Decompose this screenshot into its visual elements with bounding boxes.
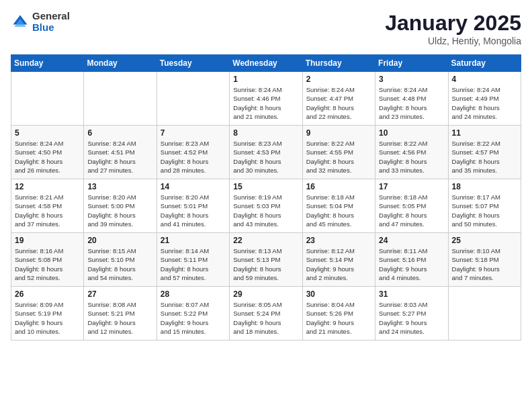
calendar-day-cell [448, 287, 521, 340]
day-info: Sunrise: 8:08 AM Sunset: 5:21 PM Dayligh… [87, 300, 152, 336]
calendar-day-cell: 12Sunrise: 8:21 AM Sunset: 4:58 PM Dayli… [11, 179, 84, 233]
day-info: Sunrise: 8:24 AM Sunset: 4:46 PM Dayligh… [233, 85, 298, 121]
calendar-day-cell: 5Sunrise: 8:24 AM Sunset: 4:50 PM Daylig… [11, 126, 84, 179]
day-number: 8 [233, 128, 298, 138]
day-number: 31 [379, 289, 444, 299]
day-number: 3 [379, 75, 444, 84]
day-info: Sunrise: 8:24 AM Sunset: 4:47 PM Dayligh… [306, 85, 371, 121]
day-number: 13 [87, 182, 152, 191]
day-number: 2 [306, 75, 371, 84]
day-number: 5 [15, 128, 80, 138]
day-number: 20 [87, 236, 152, 245]
day-info: Sunrise: 8:15 AM Sunset: 5:10 PM Dayligh… [87, 246, 152, 282]
calendar-day-cell: 16Sunrise: 8:18 AM Sunset: 5:04 PM Dayli… [302, 179, 375, 233]
calendar-header-row: SundayMondayTuesdayWednesdayThursdayFrid… [11, 55, 521, 72]
calendar-day-cell [84, 72, 157, 126]
logo-blue: Blue [32, 22, 70, 34]
calendar-day-cell: 24Sunrise: 8:11 AM Sunset: 5:16 PM Dayli… [375, 233, 448, 287]
calendar-day-cell: 3Sunrise: 8:24 AM Sunset: 4:48 PM Daylig… [375, 72, 448, 126]
day-number: 24 [379, 236, 444, 245]
day-number: 29 [233, 289, 298, 299]
calendar-day-cell: 30Sunrise: 8:04 AM Sunset: 5:26 PM Dayli… [302, 287, 375, 340]
day-info: Sunrise: 8:11 AM Sunset: 5:16 PM Dayligh… [379, 246, 444, 282]
day-number: 25 [452, 236, 517, 245]
calendar-day-cell: 6Sunrise: 8:24 AM Sunset: 4:51 PM Daylig… [84, 126, 157, 179]
calendar-day-cell: 28Sunrise: 8:07 AM Sunset: 5:22 PM Dayli… [157, 287, 229, 340]
day-number: 18 [452, 182, 517, 191]
calendar-day-cell: 18Sunrise: 8:17 AM Sunset: 5:07 PM Dayli… [448, 179, 521, 233]
day-info: Sunrise: 8:24 AM Sunset: 4:51 PM Dayligh… [87, 139, 152, 175]
calendar-day-cell [11, 72, 84, 126]
day-number: 14 [161, 182, 226, 191]
day-number: 23 [306, 236, 371, 245]
calendar-day-cell: 21Sunrise: 8:14 AM Sunset: 5:11 PM Dayli… [157, 233, 229, 287]
day-info: Sunrise: 8:17 AM Sunset: 5:07 PM Dayligh… [452, 193, 517, 228]
day-number: 17 [379, 182, 444, 191]
calendar-day-cell: 20Sunrise: 8:15 AM Sunset: 5:10 PM Dayli… [84, 233, 157, 287]
day-number: 9 [306, 128, 371, 138]
day-number: 21 [161, 236, 226, 245]
day-info: Sunrise: 8:05 AM Sunset: 5:24 PM Dayligh… [233, 300, 298, 336]
day-number: 7 [161, 128, 226, 138]
title-block: January 2025 Uldz, Hentiy, Mongolia [385, 11, 521, 46]
day-number: 30 [306, 289, 371, 299]
calendar-day-cell: 11Sunrise: 8:22 AM Sunset: 4:57 PM Dayli… [448, 126, 521, 179]
calendar-week-row: 5Sunrise: 8:24 AM Sunset: 4:50 PM Daylig… [11, 126, 521, 179]
day-info: Sunrise: 8:20 AM Sunset: 5:01 PM Dayligh… [161, 193, 226, 228]
calendar-day-cell: 23Sunrise: 8:12 AM Sunset: 5:14 PM Dayli… [302, 233, 375, 287]
logo-icon [11, 13, 30, 32]
day-info: Sunrise: 8:24 AM Sunset: 4:48 PM Dayligh… [379, 85, 444, 121]
calendar-table: SundayMondayTuesdayWednesdayThursdayFrid… [11, 54, 521, 340]
calendar-day-cell: 17Sunrise: 8:18 AM Sunset: 5:05 PM Dayli… [375, 179, 448, 233]
calendar-day-cell: 14Sunrise: 8:20 AM Sunset: 5:01 PM Dayli… [157, 179, 229, 233]
day-number: 15 [233, 182, 298, 191]
day-number: 19 [15, 236, 80, 245]
day-info: Sunrise: 8:18 AM Sunset: 5:05 PM Dayligh… [379, 193, 444, 228]
calendar-day-cell: 9Sunrise: 8:22 AM Sunset: 4:55 PM Daylig… [302, 126, 375, 179]
calendar-day-cell: 22Sunrise: 8:13 AM Sunset: 5:13 PM Dayli… [230, 233, 302, 287]
calendar-day-cell: 1Sunrise: 8:24 AM Sunset: 4:46 PM Daylig… [230, 72, 302, 126]
calendar-day-cell: 27Sunrise: 8:08 AM Sunset: 5:21 PM Dayli… [84, 287, 157, 340]
day-info: Sunrise: 8:23 AM Sunset: 4:53 PM Dayligh… [233, 139, 298, 175]
day-info: Sunrise: 8:09 AM Sunset: 5:19 PM Dayligh… [15, 300, 80, 336]
day-number: 11 [452, 128, 517, 138]
day-number: 12 [15, 182, 80, 191]
day-info: Sunrise: 8:03 AM Sunset: 5:27 PM Dayligh… [379, 300, 444, 336]
weekday-header: Thursday [302, 55, 375, 72]
calendar-day-cell: 4Sunrise: 8:24 AM Sunset: 4:49 PM Daylig… [448, 72, 521, 126]
weekday-header: Friday [375, 55, 448, 72]
calendar-week-row: 26Sunrise: 8:09 AM Sunset: 5:19 PM Dayli… [11, 287, 521, 340]
day-info: Sunrise: 8:22 AM Sunset: 4:55 PM Dayligh… [306, 139, 371, 175]
logo-text: General Blue [32, 11, 70, 33]
weekday-header: Sunday [11, 55, 84, 72]
weekday-header: Wednesday [230, 55, 302, 72]
weekday-header: Monday [84, 55, 157, 72]
calendar-week-row: 12Sunrise: 8:21 AM Sunset: 4:58 PM Dayli… [11, 179, 521, 233]
day-info: Sunrise: 8:20 AM Sunset: 5:00 PM Dayligh… [87, 193, 152, 228]
day-info: Sunrise: 8:13 AM Sunset: 5:13 PM Dayligh… [233, 246, 298, 282]
day-info: Sunrise: 8:14 AM Sunset: 5:11 PM Dayligh… [161, 246, 226, 282]
calendar-day-cell: 10Sunrise: 8:22 AM Sunset: 4:56 PM Dayli… [375, 126, 448, 179]
day-info: Sunrise: 8:22 AM Sunset: 4:56 PM Dayligh… [379, 139, 444, 175]
month-title: January 2025 [385, 11, 521, 36]
day-number: 6 [87, 128, 152, 138]
day-number: 26 [15, 289, 80, 299]
weekday-header: Saturday [448, 55, 521, 72]
weekday-header: Tuesday [157, 55, 229, 72]
calendar-day-cell: 2Sunrise: 8:24 AM Sunset: 4:47 PM Daylig… [302, 72, 375, 126]
day-info: Sunrise: 8:18 AM Sunset: 5:04 PM Dayligh… [306, 193, 371, 228]
day-info: Sunrise: 8:23 AM Sunset: 4:52 PM Dayligh… [161, 139, 226, 175]
calendar-day-cell: 19Sunrise: 8:16 AM Sunset: 5:08 PM Dayli… [11, 233, 84, 287]
day-info: Sunrise: 8:22 AM Sunset: 4:57 PM Dayligh… [452, 139, 517, 175]
calendar-week-row: 1Sunrise: 8:24 AM Sunset: 4:46 PM Daylig… [11, 72, 521, 126]
calendar-day-cell: 25Sunrise: 8:10 AM Sunset: 5:18 PM Dayli… [448, 233, 521, 287]
day-info: Sunrise: 8:16 AM Sunset: 5:08 PM Dayligh… [15, 246, 80, 282]
day-number: 16 [306, 182, 371, 191]
calendar-day-cell: 31Sunrise: 8:03 AM Sunset: 5:27 PM Dayli… [375, 287, 448, 340]
day-info: Sunrise: 8:07 AM Sunset: 5:22 PM Dayligh… [161, 300, 226, 336]
page-header: General Blue January 2025 Uldz, Hentiy, … [11, 11, 521, 46]
day-number: 1 [233, 75, 298, 84]
day-info: Sunrise: 8:19 AM Sunset: 5:03 PM Dayligh… [233, 193, 298, 228]
location: Uldz, Hentiy, Mongolia [385, 36, 521, 46]
day-number: 22 [233, 236, 298, 245]
